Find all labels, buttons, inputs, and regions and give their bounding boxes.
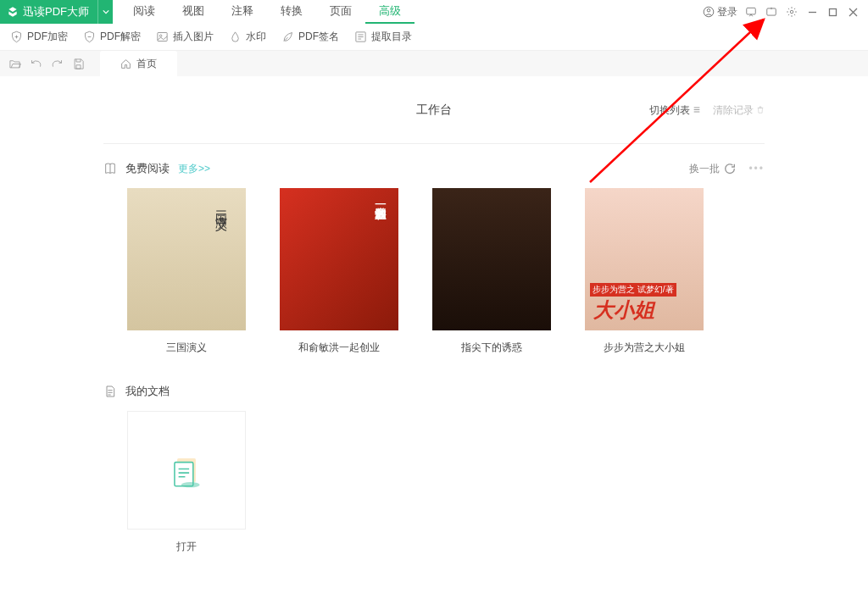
svg-rect-2 [747,8,756,14]
book-grid: 三国演义 和俞敏洪一起创业 指尖下的诱惑 步步为营之大小姐 [103,188,765,355]
my-docs-section: 我的文档 打开 [103,384,765,554]
book-card-2[interactable]: 指尖下的诱惑 [432,188,551,355]
book-cover [127,188,246,330]
book-title: 和俞敏洪一起创业 [280,341,398,355]
home-tab[interactable]: 首页 [100,51,177,76]
app-name: 迅读PDF大师 [23,4,89,19]
trash-icon [756,106,765,114]
book-title: 指尖下的诱惑 [432,341,551,355]
app-brand: 迅读PDF大师 [0,0,97,24]
svg-rect-3 [767,8,776,15]
tab-advanced[interactable]: 高级 [365,0,415,24]
book-cover [432,188,551,330]
shield-minus-icon [83,30,96,43]
title-right: 登录 [703,5,868,19]
svg-point-4 [790,10,793,14]
tool-sign[interactable]: PDF签名 [281,30,339,44]
refresh-button[interactable]: 换一批 [689,162,737,176]
tool-encrypt[interactable]: PDF加密 [10,30,68,44]
tool-watermark[interactable]: 水印 [229,30,266,44]
chevron-down-icon [103,8,109,15]
book-title: 三国演义 [127,341,246,355]
toolbar: PDF加密 PDF解密 插入图片 水印 PDF签名 提取目录 [0,24,868,51]
shield-icon [10,30,23,43]
svg-rect-6 [158,33,167,42]
list-toggle-icon [693,106,701,114]
clear-history-button: 清除记录 [713,103,765,117]
main-tabs: 阅读 视图 注释 转换 页面 高级 [120,0,415,24]
tool-decrypt[interactable]: PDF解密 [83,30,141,44]
app-logo-icon [7,6,19,18]
open-file-icon [165,449,208,491]
svg-point-1 [707,9,710,13]
login-label: 登录 [717,5,737,19]
svg-rect-5 [829,8,836,15]
book-card-1[interactable]: 和俞敏洪一起创业 [280,188,398,355]
droplet-icon [229,30,242,43]
quickbar: 首页 [0,51,868,76]
tool-extract-toc[interactable]: 提取目录 [354,30,412,44]
maximize-button[interactable] [826,5,839,19]
vip-icon[interactable] [765,5,778,19]
my-docs-title: 我的文档 [125,384,170,399]
tab-read[interactable]: 阅读 [120,0,169,24]
tab-page[interactable]: 页面 [316,0,365,24]
svg-point-11 [181,482,200,487]
tool-insert-image[interactable]: 插入图片 [156,30,214,44]
feedback-icon[interactable] [744,5,758,19]
free-reading-section: 免费阅读 更多>> 换一批 ••• 三国演义 和俞敏洪一起创业 指尖下的诱 [103,161,765,355]
svg-point-7 [159,35,162,37]
save-button[interactable] [72,58,85,70]
list-icon [354,30,367,43]
refresh-icon [723,162,737,175]
switch-list-button[interactable]: 切换列表 [649,103,701,117]
open-label: 打开 [127,540,246,554]
free-reading-title: 免费阅读 [125,161,170,176]
tab-annotate[interactable]: 注释 [218,0,267,24]
book-cover [280,188,398,330]
more-actions-button[interactable]: ••• [748,163,765,175]
brand-dropdown[interactable] [97,0,113,24]
login-button[interactable]: 登录 [703,5,737,19]
titlebar: 迅读PDF大师 阅读 视图 注释 转换 页面 高级 登录 [0,0,868,24]
book-title: 步步为营之大小姐 [585,341,704,355]
redo-button[interactable] [51,58,64,70]
more-link[interactable]: 更多>> [178,162,210,176]
undo-button[interactable] [30,58,42,70]
home-icon [120,58,131,69]
close-button[interactable] [846,5,860,19]
minimize-button[interactable] [805,5,819,19]
workspace-title: 工作台 [416,103,452,118]
open-folder-button[interactable] [8,58,21,70]
leaf-icon [281,30,294,43]
image-icon [156,30,169,43]
open-doc-card[interactable] [127,411,246,530]
document-icon [103,385,117,398]
workspace-header: 工作台 切换列表 清除记录 [103,76,765,144]
book-icon [103,162,117,175]
book-card-3[interactable]: 步步为营之大小姐 [585,188,704,355]
user-icon [703,6,715,18]
tab-convert[interactable]: 转换 [267,0,316,24]
book-card-0[interactable]: 三国演义 [127,188,246,355]
settings-icon[interactable] [785,5,798,19]
content: 工作台 切换列表 清除记录 免费阅读 更多>> 换一批 ••• [0,76,868,554]
book-cover [585,188,704,330]
tab-view[interactable]: 视图 [169,0,218,24]
